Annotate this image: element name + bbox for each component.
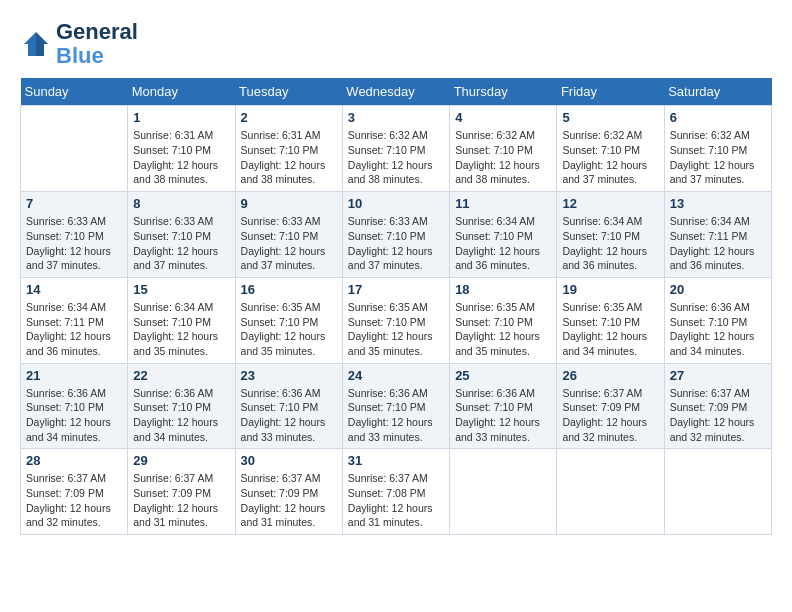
day-info: Sunrise: 6:36 AM Sunset: 7:10 PM Dayligh… <box>241 386 337 445</box>
calendar-cell: 17Sunrise: 6:35 AM Sunset: 7:10 PM Dayli… <box>342 277 449 363</box>
day-info: Sunrise: 6:34 AM Sunset: 7:11 PM Dayligh… <box>670 214 766 273</box>
day-number: 30 <box>241 453 337 468</box>
calendar-cell: 18Sunrise: 6:35 AM Sunset: 7:10 PM Dayli… <box>450 277 557 363</box>
day-number: 8 <box>133 196 229 211</box>
page-header: GeneralBlue <box>20 20 772 68</box>
day-info: Sunrise: 6:36 AM Sunset: 7:10 PM Dayligh… <box>133 386 229 445</box>
logo: GeneralBlue <box>20 20 138 68</box>
calendar-cell <box>450 449 557 535</box>
day-info: Sunrise: 6:37 AM Sunset: 7:09 PM Dayligh… <box>670 386 766 445</box>
weekday-header-friday: Friday <box>557 78 664 106</box>
calendar-cell <box>664 449 771 535</box>
day-info: Sunrise: 6:36 AM Sunset: 7:10 PM Dayligh… <box>455 386 551 445</box>
day-number: 15 <box>133 282 229 297</box>
day-info: Sunrise: 6:35 AM Sunset: 7:10 PM Dayligh… <box>455 300 551 359</box>
day-number: 12 <box>562 196 658 211</box>
day-info: Sunrise: 6:33 AM Sunset: 7:10 PM Dayligh… <box>26 214 122 273</box>
day-number: 9 <box>241 196 337 211</box>
day-info: Sunrise: 6:31 AM Sunset: 7:10 PM Dayligh… <box>133 128 229 187</box>
calendar-table: SundayMondayTuesdayWednesdayThursdayFrid… <box>20 78 772 535</box>
calendar-cell: 2Sunrise: 6:31 AM Sunset: 7:10 PM Daylig… <box>235 106 342 192</box>
day-number: 24 <box>348 368 444 383</box>
day-info: Sunrise: 6:32 AM Sunset: 7:10 PM Dayligh… <box>670 128 766 187</box>
weekday-header-tuesday: Tuesday <box>235 78 342 106</box>
day-number: 1 <box>133 110 229 125</box>
calendar-cell: 28Sunrise: 6:37 AM Sunset: 7:09 PM Dayli… <box>21 449 128 535</box>
day-number: 25 <box>455 368 551 383</box>
day-number: 13 <box>670 196 766 211</box>
day-info: Sunrise: 6:37 AM Sunset: 7:09 PM Dayligh… <box>241 471 337 530</box>
day-info: Sunrise: 6:32 AM Sunset: 7:10 PM Dayligh… <box>455 128 551 187</box>
day-number: 29 <box>133 453 229 468</box>
day-number: 14 <box>26 282 122 297</box>
calendar-cell: 7Sunrise: 6:33 AM Sunset: 7:10 PM Daylig… <box>21 192 128 278</box>
day-number: 28 <box>26 453 122 468</box>
weekday-header-saturday: Saturday <box>664 78 771 106</box>
day-number: 19 <box>562 282 658 297</box>
calendar-cell: 15Sunrise: 6:34 AM Sunset: 7:10 PM Dayli… <box>128 277 235 363</box>
day-info: Sunrise: 6:37 AM Sunset: 7:08 PM Dayligh… <box>348 471 444 530</box>
calendar-cell: 21Sunrise: 6:36 AM Sunset: 7:10 PM Dayli… <box>21 363 128 449</box>
calendar-cell: 16Sunrise: 6:35 AM Sunset: 7:10 PM Dayli… <box>235 277 342 363</box>
day-number: 23 <box>241 368 337 383</box>
calendar-week-row: 14Sunrise: 6:34 AM Sunset: 7:11 PM Dayli… <box>21 277 772 363</box>
day-number: 10 <box>348 196 444 211</box>
calendar-week-row: 7Sunrise: 6:33 AM Sunset: 7:10 PM Daylig… <box>21 192 772 278</box>
day-info: Sunrise: 6:34 AM Sunset: 7:10 PM Dayligh… <box>133 300 229 359</box>
day-number: 20 <box>670 282 766 297</box>
calendar-cell: 25Sunrise: 6:36 AM Sunset: 7:10 PM Dayli… <box>450 363 557 449</box>
weekday-header-wednesday: Wednesday <box>342 78 449 106</box>
calendar-cell: 13Sunrise: 6:34 AM Sunset: 7:11 PM Dayli… <box>664 192 771 278</box>
day-number: 11 <box>455 196 551 211</box>
day-number: 27 <box>670 368 766 383</box>
day-info: Sunrise: 6:37 AM Sunset: 7:09 PM Dayligh… <box>26 471 122 530</box>
calendar-cell: 10Sunrise: 6:33 AM Sunset: 7:10 PM Dayli… <box>342 192 449 278</box>
calendar-cell: 6Sunrise: 6:32 AM Sunset: 7:10 PM Daylig… <box>664 106 771 192</box>
day-info: Sunrise: 6:35 AM Sunset: 7:10 PM Dayligh… <box>348 300 444 359</box>
day-info: Sunrise: 6:35 AM Sunset: 7:10 PM Dayligh… <box>562 300 658 359</box>
day-info: Sunrise: 6:34 AM Sunset: 7:10 PM Dayligh… <box>562 214 658 273</box>
day-info: Sunrise: 6:32 AM Sunset: 7:10 PM Dayligh… <box>562 128 658 187</box>
calendar-cell: 9Sunrise: 6:33 AM Sunset: 7:10 PM Daylig… <box>235 192 342 278</box>
day-info: Sunrise: 6:33 AM Sunset: 7:10 PM Dayligh… <box>133 214 229 273</box>
day-info: Sunrise: 6:33 AM Sunset: 7:10 PM Dayligh… <box>241 214 337 273</box>
day-info: Sunrise: 6:31 AM Sunset: 7:10 PM Dayligh… <box>241 128 337 187</box>
calendar-cell <box>557 449 664 535</box>
calendar-week-row: 21Sunrise: 6:36 AM Sunset: 7:10 PM Dayli… <box>21 363 772 449</box>
calendar-cell: 30Sunrise: 6:37 AM Sunset: 7:09 PM Dayli… <box>235 449 342 535</box>
day-number: 21 <box>26 368 122 383</box>
calendar-cell: 4Sunrise: 6:32 AM Sunset: 7:10 PM Daylig… <box>450 106 557 192</box>
calendar-cell: 19Sunrise: 6:35 AM Sunset: 7:10 PM Dayli… <box>557 277 664 363</box>
weekday-header-sunday: Sunday <box>21 78 128 106</box>
calendar-cell: 3Sunrise: 6:32 AM Sunset: 7:10 PM Daylig… <box>342 106 449 192</box>
day-number: 5 <box>562 110 658 125</box>
day-info: Sunrise: 6:37 AM Sunset: 7:09 PM Dayligh… <box>133 471 229 530</box>
calendar-cell: 24Sunrise: 6:36 AM Sunset: 7:10 PM Dayli… <box>342 363 449 449</box>
day-number: 3 <box>348 110 444 125</box>
calendar-cell: 31Sunrise: 6:37 AM Sunset: 7:08 PM Dayli… <box>342 449 449 535</box>
day-number: 16 <box>241 282 337 297</box>
calendar-week-row: 28Sunrise: 6:37 AM Sunset: 7:09 PM Dayli… <box>21 449 772 535</box>
day-info: Sunrise: 6:34 AM Sunset: 7:10 PM Dayligh… <box>455 214 551 273</box>
day-info: Sunrise: 6:32 AM Sunset: 7:10 PM Dayligh… <box>348 128 444 187</box>
day-number: 18 <box>455 282 551 297</box>
day-number: 22 <box>133 368 229 383</box>
day-info: Sunrise: 6:33 AM Sunset: 7:10 PM Dayligh… <box>348 214 444 273</box>
day-number: 31 <box>348 453 444 468</box>
svg-marker-1 <box>36 32 48 56</box>
weekday-header-row: SundayMondayTuesdayWednesdayThursdayFrid… <box>21 78 772 106</box>
day-number: 2 <box>241 110 337 125</box>
calendar-cell: 20Sunrise: 6:36 AM Sunset: 7:10 PM Dayli… <box>664 277 771 363</box>
logo-icon <box>20 28 52 60</box>
calendar-week-row: 1Sunrise: 6:31 AM Sunset: 7:10 PM Daylig… <box>21 106 772 192</box>
calendar-cell: 14Sunrise: 6:34 AM Sunset: 7:11 PM Dayli… <box>21 277 128 363</box>
calendar-cell: 5Sunrise: 6:32 AM Sunset: 7:10 PM Daylig… <box>557 106 664 192</box>
calendar-cell: 29Sunrise: 6:37 AM Sunset: 7:09 PM Dayli… <box>128 449 235 535</box>
weekday-header-monday: Monday <box>128 78 235 106</box>
day-number: 17 <box>348 282 444 297</box>
day-info: Sunrise: 6:36 AM Sunset: 7:10 PM Dayligh… <box>26 386 122 445</box>
calendar-cell: 23Sunrise: 6:36 AM Sunset: 7:10 PM Dayli… <box>235 363 342 449</box>
day-info: Sunrise: 6:36 AM Sunset: 7:10 PM Dayligh… <box>348 386 444 445</box>
day-number: 6 <box>670 110 766 125</box>
logo-text: GeneralBlue <box>56 20 138 68</box>
